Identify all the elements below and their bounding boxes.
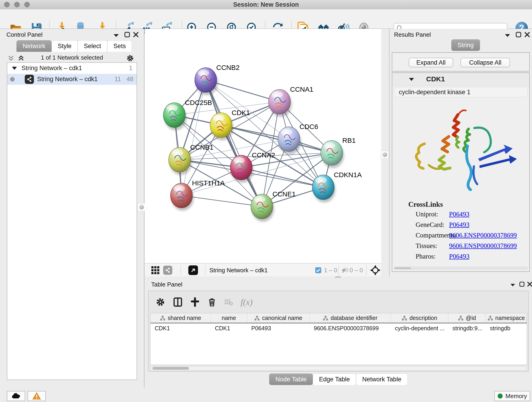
tab-node-table[interactable]: Node Table	[269, 374, 313, 385]
table-panel-close-icon[interactable]	[527, 281, 532, 287]
statusbar-separator	[181, 265, 181, 275]
tab-edge-table[interactable]: Edge Table	[313, 374, 356, 385]
table-hscrollbar-thumb[interactable]	[152, 367, 189, 370]
control-panel-close-icon[interactable]	[133, 32, 139, 38]
right-splitter-handle[interactable]	[381, 151, 389, 159]
control-panel-float-icon[interactable]	[124, 32, 130, 38]
hidden-toggle[interactable]	[341, 265, 349, 275]
crosslink-link[interactable]: P06493	[449, 221, 469, 229]
birds-eye-toggle[interactable]	[370, 265, 380, 275]
table-cell[interactable]: cyclin-dependent ...	[391, 323, 448, 333]
statusbar-separator	[205, 265, 206, 275]
results-panel-float-icon[interactable]	[515, 32, 521, 38]
crosslink-link[interactable]: 9606.ENSP00000378699	[449, 231, 517, 239]
table-settings-gear-icon[interactable]	[155, 297, 165, 307]
node-HIST1H1A[interactable]: HIST1H1A	[171, 179, 225, 211]
network-row-selected[interactable]: String Network – cdk1 11 48	[7, 74, 137, 85]
network-edge-count: 48	[127, 76, 133, 83]
results-panel-collapse-icon[interactable]	[504, 33, 511, 38]
table-cell[interactable]: P06493	[247, 323, 310, 333]
node-label-CCNE1: CCNE1	[272, 190, 296, 198]
column-header-name[interactable]: name	[211, 313, 247, 323]
crosslink-row: GeneCard:P06493	[392, 221, 529, 231]
tab-sets[interactable]: Sets	[107, 40, 132, 52]
node-CCNE1[interactable]: CCNE1	[251, 190, 296, 222]
expand-all-button[interactable]: Expand All	[409, 58, 453, 67]
table-panel-title: Table Panel	[151, 281, 182, 288]
crosslink-row: Pharos:P06493	[392, 253, 529, 263]
table-hscrollbar[interactable]	[150, 366, 527, 370]
node-CDC6[interactable]: CDC6	[278, 123, 318, 154]
table-cell[interactable]: stringdb:9...	[448, 323, 486, 333]
grid-icon	[151, 266, 160, 275]
table-cell[interactable]: CDK1	[151, 323, 211, 333]
network-canvas[interactable]: CCNB2CCNA1CDC25BCDK1CDC6RB1CCNB1CCNA2CDK…	[145, 29, 381, 263]
grid-view-button[interactable]	[151, 265, 160, 275]
node-CDK1[interactable]: CDK1	[210, 109, 250, 140]
open-in-window-button[interactable]	[188, 265, 198, 275]
tab-network[interactable]: Network	[17, 40, 51, 52]
memory-button[interactable]: Memory	[494, 391, 530, 401]
show-columns-icon[interactable]	[173, 297, 183, 307]
edge-CCNB2-HIST1H1A[interactable]	[181, 80, 206, 196]
column-header-shared-name[interactable]: shared name	[151, 313, 211, 323]
node-CDKN1A[interactable]: CDKN1A	[312, 171, 362, 202]
cloud-button[interactable]	[7, 391, 25, 401]
table-cell[interactable]: CDK1	[211, 323, 247, 333]
control-panel-tabs: NetworkStyleSelectSets	[17, 40, 132, 52]
current-network-dot	[10, 77, 15, 82]
tab-style[interactable]: Style	[51, 40, 78, 52]
delete-column-trash-icon[interactable]	[207, 297, 217, 307]
column-header--id[interactable]: @id	[448, 313, 486, 323]
node-label-HIST1H1A: HIST1H1A	[192, 179, 225, 187]
node-label-CDC25B: CDC25B	[185, 99, 212, 106]
crosslink-link[interactable]: 9606.ENSP00000378699	[449, 242, 517, 249]
network-selection-status: 1 of 1 Network selected	[5, 54, 139, 61]
crosshair-icon	[370, 265, 380, 275]
crosslink-link[interactable]: P06493	[449, 211, 469, 218]
collapse-all-button[interactable]: Collapse All	[461, 58, 510, 67]
table-panel-float-icon[interactable]	[519, 281, 525, 287]
function-builder-fx-disabled: f(x)	[241, 297, 253, 307]
column-header-database-identifier[interactable]: database identifier	[310, 313, 391, 323]
string-view-button[interactable]	[163, 265, 172, 275]
tab-select[interactable]: Select	[78, 40, 107, 52]
section-collapse-icon[interactable]	[408, 77, 415, 82]
node-section-title: CDK1	[426, 75, 445, 83]
crosslink-link[interactable]: P06493	[449, 253, 469, 260]
node-table[interactable]: shared namenamecanonical namedatabase id…	[150, 313, 527, 365]
node-description: cyclin-dependent kinase 1	[394, 87, 527, 97]
string-network-icon	[25, 75, 34, 84]
edge-CCNB2-CCNE1[interactable]	[206, 80, 262, 206]
node-CCNB1[interactable]: CCNB1	[169, 143, 214, 175]
node-CCNA1[interactable]: CCNA1	[268, 85, 313, 117]
add-column-icon[interactable]	[190, 297, 200, 307]
network-graph[interactable]: CCNB2CCNA1CDC25BCDK1CDC6RB1CCNB1CCNA2CDK…	[145, 29, 381, 263]
memory-status-dot	[498, 394, 503, 399]
column-header-canonical-name[interactable]: canonical name	[247, 313, 310, 323]
tab-network-table[interactable]: Network Table	[356, 374, 408, 385]
table-panel-collapse-icon[interactable]	[510, 283, 516, 287]
column-header-description[interactable]: description	[391, 313, 448, 323]
node-section-header[interactable]: CDK1	[392, 73, 529, 86]
node-RB1[interactable]: RB1	[321, 137, 355, 168]
results-panel-close-icon[interactable]	[524, 32, 530, 38]
control-panel: Control Panel NetworkStyleSelectSets 1 o…	[0, 29, 144, 388]
table-cell[interactable]: 9606.ENSP00000378699	[310, 323, 391, 333]
selected-checkbox[interactable]	[315, 265, 322, 275]
network-options-gear-icon[interactable]	[126, 54, 134, 62]
crosslink-row: Compartments:9606.ENSP00000378699	[392, 231, 529, 242]
network-node-count: 11	[114, 76, 121, 83]
warnings-button[interactable]	[27, 391, 46, 401]
table-cell[interactable]: stringdb	[486, 323, 527, 333]
control-panel-collapse-icon[interactable]	[113, 33, 120, 38]
share-icon	[163, 266, 172, 275]
network-collection-row[interactable]: String Network – cdk1 1	[7, 63, 137, 74]
left-splitter-handle[interactable]	[138, 203, 146, 211]
table-row[interactable]: CDK1CDK1P064939606.ENSP00000378699cyclin…	[151, 323, 527, 333]
results-hscrollbar[interactable]	[394, 267, 527, 269]
tab-string[interactable]: String	[451, 39, 480, 51]
column-header-namespace[interactable]: namespace	[486, 313, 527, 323]
cloud-icon	[11, 392, 21, 400]
tree-expand-icon[interactable]	[12, 66, 17, 70]
